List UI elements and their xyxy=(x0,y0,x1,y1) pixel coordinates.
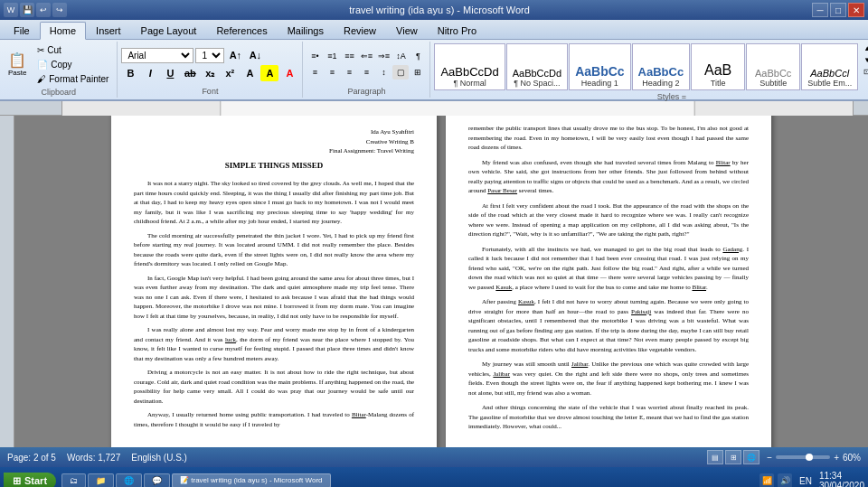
style-subtitle-box[interactable]: AaBbCc Subtitle xyxy=(746,43,800,90)
start-button[interactable]: ⊞ Start xyxy=(4,473,56,488)
tab-references[interactable]: References xyxy=(206,22,277,39)
taskbar-explorer[interactable]: 🗂 xyxy=(61,473,86,487)
line-spacing-button[interactable]: ↕ xyxy=(375,65,392,80)
minimize-button[interactable]: ─ xyxy=(812,3,828,17)
styles-up-arrow[interactable]: ▲ xyxy=(862,43,868,53)
style-title-box[interactable]: AaB Title xyxy=(691,43,745,90)
maximize-button[interactable]: □ xyxy=(830,3,846,17)
borders-button[interactable]: ⊞ xyxy=(410,65,426,80)
justify-button[interactable]: ≡ xyxy=(358,65,374,80)
status-right: ▤ ⊞ 🌐 − + 60% xyxy=(707,450,861,464)
tab-mailings[interactable]: Mailings xyxy=(278,22,334,39)
tab-review[interactable]: Review xyxy=(334,22,386,39)
style-heading2-label: Heading 2 xyxy=(642,79,679,88)
align-left-button[interactable]: ≡ xyxy=(307,65,323,80)
format-painter-button[interactable]: 🖌 Format Painter xyxy=(33,72,113,86)
tab-home[interactable]: Home xyxy=(40,22,86,40)
shrink-font-button[interactable]: A↓ xyxy=(246,47,264,63)
taskbar-word[interactable]: 📝 travel writing (ida ayu s) - Microsoft… xyxy=(172,473,330,487)
print-layout-button[interactable]: ▤ xyxy=(707,450,723,464)
page-2-top: remember the public transport lines that… xyxy=(446,116,771,447)
system-tray: 📶 🔊 xyxy=(760,473,792,487)
taskbar-lang: EN xyxy=(799,476,812,486)
align-center-button[interactable]: ≡ xyxy=(324,65,340,80)
style-subtitle-label: Subtitle xyxy=(760,79,787,88)
tab-insert[interactable]: Insert xyxy=(86,22,131,39)
taskbar-chat[interactable]: 💬 xyxy=(144,473,170,487)
grow-font-button[interactable]: A↑ xyxy=(226,47,244,63)
bullets-button[interactable]: ≡• xyxy=(307,49,323,63)
save-icon[interactable]: 💾 xyxy=(20,3,34,17)
zoom-level: 60% xyxy=(843,453,861,463)
style-no-spacing-box[interactable]: AaBbCcDd ¶ No Spaci... xyxy=(506,43,568,90)
align-right-button[interactable]: ≡ xyxy=(341,65,357,80)
style-no-spacing-label: ¶ No Spaci... xyxy=(514,79,560,88)
decrease-indent-button[interactable]: ⇐≡ xyxy=(358,49,374,63)
zoom-thumb[interactable] xyxy=(806,454,813,461)
strikethrough-button[interactable]: ab xyxy=(181,65,199,81)
multilevel-button[interactable]: ≡≡ xyxy=(341,49,357,63)
text-effects-button[interactable]: A xyxy=(241,65,259,81)
web-layout-button[interactable]: 🌐 xyxy=(743,450,760,464)
style-subtle-em-preview: AaBbCcl xyxy=(810,68,849,79)
language-status: English (U.S.) xyxy=(131,453,187,463)
clipboard-content: 📋 Paste ✂ Cut 📄 Copy 🖌 Format Painter xyxy=(4,43,113,86)
numbering-button[interactable]: ≡1 xyxy=(324,49,340,63)
zoom-slider[interactable] xyxy=(776,455,830,459)
zoom-out-button[interactable]: − xyxy=(767,453,772,463)
paste-button[interactable]: 📋 Paste xyxy=(4,51,31,80)
style-subtle-em-box[interactable]: AaBbCcl Subtle Em... xyxy=(801,43,858,90)
quick-access-toolbar: W 💾 ↩ ↪ xyxy=(4,3,67,17)
style-normal-box[interactable]: AaBbCcDd ¶ Normal xyxy=(434,43,505,90)
tab-file[interactable]: File xyxy=(4,22,40,39)
tab-view[interactable]: View xyxy=(386,22,428,39)
styles-more-arrow[interactable]: ⊡ xyxy=(862,67,868,77)
styles-label: Styles = xyxy=(657,92,686,101)
p2-para-6: My journey was still smooth until Jaliba… xyxy=(468,360,749,398)
style-heading2-box[interactable]: AaBbCc Heading 2 xyxy=(632,43,691,90)
page1-title: SIMPLE THINGS MISSED xyxy=(134,160,414,173)
paste-label: Paste xyxy=(8,69,26,77)
undo-icon[interactable]: ↩ xyxy=(36,3,51,17)
font-size-select[interactable]: 12 xyxy=(195,48,224,63)
taskbar-browser[interactable]: 🌐 xyxy=(116,473,142,487)
show-marks-button[interactable]: ¶ xyxy=(410,49,426,63)
tab-nitro-pro[interactable]: Nitro Pro xyxy=(428,22,486,39)
volume-icon: 🔊 xyxy=(778,473,792,487)
subscript-button[interactable]: x₂ xyxy=(201,65,219,81)
font-color-button[interactable]: A xyxy=(280,65,298,81)
status-bar: Page: 2 of 5 Words: 1,727 English (U.S.)… xyxy=(0,447,868,467)
close-button[interactable]: ✕ xyxy=(848,3,864,17)
bold-button[interactable]: B xyxy=(121,65,139,81)
underline-button[interactable]: U xyxy=(161,65,179,81)
sort-button[interactable]: ↕A xyxy=(392,49,409,63)
window-title: travel writing (ida ayu s) - Microsoft W… xyxy=(67,5,812,15)
italic-button[interactable]: I xyxy=(141,65,159,81)
start-label: Start xyxy=(24,475,47,486)
ruler-main xyxy=(61,101,854,115)
cut-button[interactable]: ✂ Cut xyxy=(33,43,113,57)
page1-para-6: Anyway, I usually returned home using pu… xyxy=(134,410,414,429)
copy-button[interactable]: 📄 Copy xyxy=(33,58,113,71)
highlight-button[interactable]: A xyxy=(260,65,278,81)
style-heading1-box[interactable]: AaBbCc Heading 1 xyxy=(569,43,630,90)
vertical-ruler xyxy=(0,116,14,447)
increase-indent-button[interactable]: ⇒≡ xyxy=(375,49,392,63)
clock: 11:34 30/04/2020 xyxy=(819,471,864,487)
document-area[interactable]: Ida Ayu Syahfitri Creative Writing B Fin… xyxy=(14,116,868,447)
shading-button[interactable]: ▢ xyxy=(392,65,409,80)
zoom-in-button[interactable]: + xyxy=(834,453,839,463)
style-no-spacing-preview: AaBbCcDd xyxy=(513,68,561,79)
redo-icon[interactable]: ↪ xyxy=(52,3,67,17)
ribbon-tabs: File Home Insert Page Layout References … xyxy=(0,20,868,40)
taskbar-folder[interactable]: 📁 xyxy=(88,473,114,487)
page-status: Page: 2 of 5 xyxy=(7,453,56,463)
full-screen-button[interactable]: ⊞ xyxy=(725,450,741,464)
view-buttons: ▤ ⊞ 🌐 xyxy=(707,450,760,464)
tab-page-layout[interactable]: Page Layout xyxy=(131,22,207,39)
styles-down-arrow[interactable]: ▼ xyxy=(862,55,868,65)
font-content: Arial 12 A↑ A↓ B I U ab x₂ x² A A xyxy=(121,43,298,85)
font-name-select[interactable]: Arial xyxy=(121,48,193,63)
page1-para-5: Driving a motorcycle is not an easy matt… xyxy=(134,368,414,406)
superscript-button[interactable]: x² xyxy=(221,65,239,81)
